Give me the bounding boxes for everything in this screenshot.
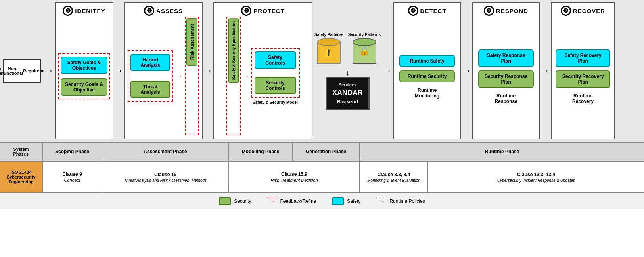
phase2-title: ASSESS bbox=[156, 8, 183, 14]
full-diagram: Use Case Non-functional Requirements → ❶… bbox=[0, 0, 644, 209]
scoping-phase-cell: Scoping Phase bbox=[43, 143, 102, 161]
phase2-content: HazardAnalysis ThreatAnalysis → Risk Ass… bbox=[126, 17, 201, 135]
security-patterns-col: Security Patterns 🔒 bbox=[348, 32, 381, 67]
phase-identify: ❶ IDENITFY Safety Goals &Objectives Secu… bbox=[55, 2, 113, 139]
generation-phase-cell: Generation Phase bbox=[293, 143, 360, 161]
safety-cylinder: ⚠️ bbox=[317, 38, 341, 67]
main-flow-section: Use Case Non-functional Requirements → ❶… bbox=[0, 0, 644, 143]
clause1334-main: Clause 13.3, 13.4 bbox=[517, 172, 555, 177]
clause834-sub: Monitoring & Event Evaluation bbox=[367, 178, 420, 183]
phase3-num-row: ❸ PROTECT bbox=[241, 6, 285, 16]
arrow-spec-controls: → bbox=[242, 72, 249, 80]
clause15-sub: Threat Analysis and Risk Assessment Meth… bbox=[124, 178, 207, 183]
legend-safety-label: Safety bbox=[347, 198, 360, 204]
runtime-security-node: Runtime Security bbox=[399, 70, 455, 82]
security-recovery-node: Security Recovery Plan bbox=[556, 70, 610, 88]
controls-col: SafetyControls SecurityControls Safety &… bbox=[251, 48, 300, 105]
clause159-main: Clause 15.9 bbox=[281, 171, 307, 177]
clause15-cell: Clause 15 Threat Analysis and Risk Asses… bbox=[102, 162, 229, 192]
clause1334-cell: Clause 13.3, 13.4 Cybersecurity Incident… bbox=[428, 162, 644, 192]
phase1-rdb: Safety Goals &Objectives Security Goals … bbox=[58, 53, 110, 99]
legend-row: Security → Feedback/Refine Safety → Runt… bbox=[0, 193, 644, 209]
phase3-content: Safety & Security Specification → Safety… bbox=[216, 17, 310, 135]
legend-runtime: → Runtime Policies bbox=[376, 198, 425, 205]
runtime-recovery-label: RuntimeRecovery bbox=[572, 93, 594, 104]
iso-header: ISO 21434CybersecurityEngineering bbox=[0, 162, 43, 192]
phase-recover: ❻ RECOVER Safety Recovery Plan Security … bbox=[551, 2, 615, 139]
feedback-arrow-icon: → bbox=[267, 198, 277, 205]
runtime-safety-node: Runtime Safety bbox=[399, 55, 455, 67]
security-cyl-top bbox=[353, 38, 376, 46]
phase-detect: ❹ DETECT Runtime Safety Runtime Security… bbox=[393, 2, 461, 139]
phase-assess: ❷ ASSESS HazardAnalysis ThreatAnalysis → bbox=[124, 2, 203, 139]
controls-rdb: SafetyControls SecurityControls bbox=[251, 48, 300, 98]
safety-patterns-col: Safety Patterns ⚠️ bbox=[314, 32, 343, 67]
risk-assessment-rdb: Risk Assessment bbox=[185, 17, 199, 135]
security-response-node: Security Response Plan bbox=[478, 70, 534, 88]
safety-patterns-label: Safety Patterns bbox=[314, 32, 343, 37]
phase-protect: ❸ PROTECT Safety & Security Specificatio… bbox=[213, 2, 312, 139]
legend-feedback-label: Feedback/Refine bbox=[280, 198, 316, 204]
iso-engineering-row: ISO 21434CybersecurityEngineering Clause… bbox=[0, 162, 644, 193]
phase5-title: RESPOND bbox=[496, 8, 528, 14]
security-controls-node: SecurityControls bbox=[255, 77, 296, 94]
xandar-box: Services XANDAR Backend bbox=[326, 77, 370, 110]
clause834-cell: Clause 8.3, 8.4 Monitoring & Event Evalu… bbox=[360, 162, 428, 192]
clause834-main: Clause 8.3, 8.4 bbox=[378, 172, 410, 177]
legend-safety-box bbox=[332, 197, 344, 205]
clause159-cell: Clause 15.9 Risk Treatment Decision bbox=[229, 162, 360, 192]
phase2-circle: ❷ bbox=[144, 6, 154, 16]
clause15-main: Clause 15 bbox=[154, 172, 176, 177]
phase2-rdb: HazardAnalysis ThreatAnalysis bbox=[128, 50, 173, 102]
phase4-circle: ❹ bbox=[408, 6, 418, 16]
security-patterns-label: Security Patterns bbox=[348, 32, 381, 37]
xandar-subtitle: Backend bbox=[332, 99, 363, 105]
phase4-content: Runtime Safety Runtime Security RuntimeM… bbox=[395, 17, 459, 135]
arrow-input-identify: → bbox=[44, 0, 54, 142]
safety-response-node: Safety Response Plan bbox=[478, 49, 534, 67]
safety-cyl-top bbox=[317, 38, 341, 46]
services-label: Services bbox=[332, 82, 363, 87]
xandar-title: XANDAR bbox=[332, 89, 363, 97]
safety-goals-node: Safety Goals &Objectives bbox=[61, 57, 107, 74]
safety-spec-node: Safety & Security Specification bbox=[228, 18, 239, 83]
safety-security-model-label: Safety & Security Model bbox=[253, 100, 298, 105]
clause9-main: Clause 9 bbox=[62, 171, 82, 177]
xandar-section: Safety Patterns ⚠️ Security Patterns 🔒 bbox=[313, 0, 382, 142]
runtime-arrow-icon: → bbox=[376, 198, 386, 205]
runtime-response-label: RuntimeResponse bbox=[494, 93, 517, 104]
phase6-circle: ❻ bbox=[561, 6, 571, 16]
system-phases-header: SystemPhases bbox=[0, 143, 43, 161]
legend-security-box bbox=[219, 197, 231, 205]
phase6-title: RECOVER bbox=[573, 8, 605, 14]
phase-respond: ❺ RESPOND Safety Response Plan Security … bbox=[472, 2, 540, 139]
security-goals-node: Security Goals &Objective bbox=[61, 78, 107, 96]
clause9-sub: Concept bbox=[64, 178, 80, 183]
phase1-content: Safety Goals &Objectives Security Goals … bbox=[57, 17, 111, 135]
arrow3: → bbox=[382, 0, 393, 142]
lock-icon: 🔒 bbox=[359, 46, 370, 56]
phase3-circle: ❸ bbox=[241, 6, 251, 16]
phase5-content: Safety Response Plan Security Response P… bbox=[475, 17, 537, 135]
phase5-circle: ❺ bbox=[484, 6, 494, 16]
arrow1: → bbox=[114, 0, 123, 142]
patterns-row: Safety Patterns ⚠️ Security Patterns 🔒 bbox=[314, 32, 381, 67]
warning-icon: ⚠️ bbox=[323, 47, 335, 58]
hazard-analysis-node: HazardAnalysis bbox=[130, 54, 170, 71]
phase1-circle: ❶ bbox=[63, 6, 73, 16]
phase4-title: DETECT bbox=[420, 8, 447, 14]
modelling-phase-cell: Modelling Phase bbox=[229, 143, 293, 161]
legend-safety: Safety bbox=[332, 197, 360, 205]
safety-controls-node: SafetyControls bbox=[255, 51, 296, 69]
clause9-cell: Clause 9 Concept bbox=[43, 162, 102, 192]
arrow5: → bbox=[540, 0, 550, 142]
arrow-assess-risk: → bbox=[175, 72, 182, 80]
phase1-title: IDENITFY bbox=[75, 8, 105, 14]
arrow2: → bbox=[203, 0, 213, 142]
assessment-phase-cell: Assessment Phase bbox=[102, 143, 229, 161]
phase2-num-row: ❷ ASSESS bbox=[144, 6, 183, 16]
phase6-content: Safety Recovery Plan Security Recovery P… bbox=[553, 17, 613, 135]
input-box: Use Case Non-functional Requirements bbox=[3, 59, 41, 83]
input-label2: Non-functional bbox=[2, 66, 23, 76]
legend-security-label: Security bbox=[234, 198, 251, 204]
